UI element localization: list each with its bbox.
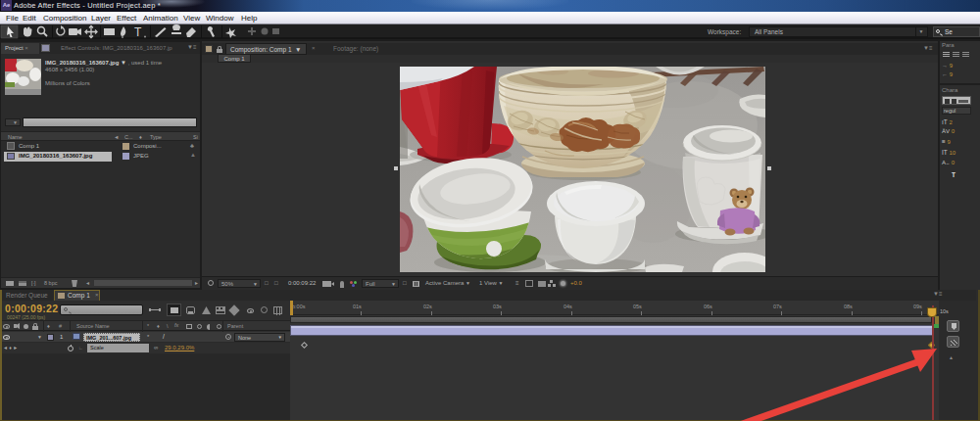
svg-text:T: T bbox=[134, 25, 142, 39]
